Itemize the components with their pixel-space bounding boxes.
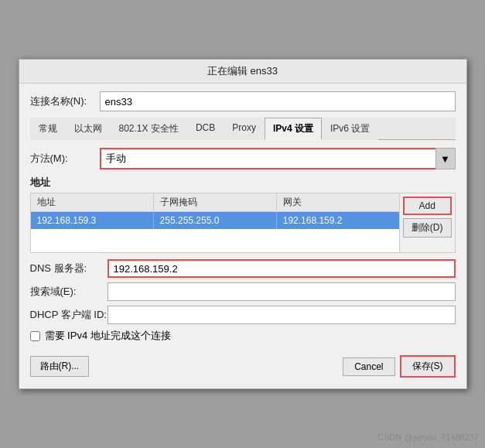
search-row: 搜索域(E):: [30, 282, 456, 301]
search-label: 搜索域(E):: [30, 285, 108, 299]
address-cell-gateway: 192.168.159.2: [277, 212, 399, 229]
method-box[interactable]: 手动: [100, 148, 456, 169]
tab-ipv4[interactable]: IPv4 设置: [265, 118, 322, 140]
col-header-address: 地址: [31, 193, 154, 211]
tab-dcb[interactable]: DCB: [187, 118, 224, 140]
address-section: 地址 子网掩码 网关 192.168.159.3 255.255.255.0 1…: [30, 193, 456, 253]
checkbox-row: 需要 IPv4 地址完成这个连接: [30, 329, 456, 343]
conn-name-input[interactable]: [100, 91, 456, 111]
add-address-button[interactable]: Add: [403, 197, 452, 215]
bottom-buttons: 路由(R)... Cancel 保存(S): [30, 349, 456, 381]
method-select-wrapper: 手动 ▼: [100, 148, 456, 169]
address-table-area: 地址 子网掩码 网关 192.168.159.3 255.255.255.0 1…: [31, 193, 455, 252]
conn-name-row: 连接名称(N):: [30, 91, 456, 111]
method-dropdown-arrow[interactable]: ▼: [435, 148, 456, 169]
dns-label: DNS 服务器:: [30, 262, 108, 275]
dhcp-row: DHCP 客户端 ID:: [30, 306, 456, 324]
address-cell-ip: 192.168.159.3: [31, 212, 154, 229]
tab-8021x[interactable]: 802.1X 安全性: [111, 118, 187, 140]
col-header-subnet: 子网掩码: [154, 193, 277, 211]
method-label: 方法(M):: [30, 152, 100, 166]
tab-ethernet[interactable]: 以太网: [66, 118, 111, 140]
search-input[interactable]: [108, 282, 456, 301]
dns-row: DNS 服务器: 192.168.159.2: [30, 259, 456, 278]
dns-value: 192.168.159.2: [114, 263, 178, 275]
dns-input[interactable]: 192.168.159.2: [108, 259, 456, 278]
checkbox-label: 需要 IPv4 地址完成这个连接: [45, 329, 171, 343]
address-buttons: Add 删除(D): [400, 193, 455, 252]
method-value: 手动: [106, 152, 126, 166]
dialog-title: 正在编辑 ens33: [207, 65, 278, 77]
cancel-button[interactable]: Cancel: [343, 357, 394, 376]
tab-general[interactable]: 常规: [30, 118, 66, 140]
address-cell-subnet: 255.255.255.0: [154, 212, 277, 229]
address-table-header: 地址 子网掩码 网关: [31, 193, 399, 212]
method-row: 方法(M): 手动 ▼: [30, 148, 456, 169]
dns-input-wrapper: 192.168.159.2: [108, 259, 456, 278]
save-button[interactable]: 保存(S): [400, 355, 456, 378]
tab-ipv6[interactable]: IPv6 设置: [322, 118, 378, 140]
address-row-0[interactable]: 192.168.159.3 255.255.255.0 192.168.159.…: [31, 212, 399, 229]
delete-address-button[interactable]: 删除(D): [403, 218, 452, 238]
conn-name-label: 连接名称(N):: [30, 94, 100, 108]
dhcp-input[interactable]: [108, 306, 456, 324]
address-section-label: 地址: [30, 176, 456, 190]
titlebar: 正在编辑 ens33: [19, 60, 466, 84]
col-header-gateway: 网关: [277, 193, 399, 211]
dhcp-label: DHCP 客户端 ID:: [30, 308, 108, 322]
route-button[interactable]: 路由(R)...: [30, 356, 90, 377]
address-table: 地址 子网掩码 网关 192.168.159.3 255.255.255.0 1…: [31, 193, 400, 252]
ipv4-required-checkbox[interactable]: [30, 331, 40, 341]
address-empty-row: [31, 229, 399, 252]
tab-proxy[interactable]: Proxy: [224, 118, 265, 140]
tabs-bar: 常规 以太网 802.1X 安全性 DCB Proxy IPv4 设置 IPv6…: [30, 118, 456, 140]
main-dialog: 正在编辑 ens33 连接名称(N): 常规 以太网 802.1X 安全性 DC…: [19, 59, 467, 389]
watermark: CSDN @weixin_71486237: [377, 433, 479, 442]
